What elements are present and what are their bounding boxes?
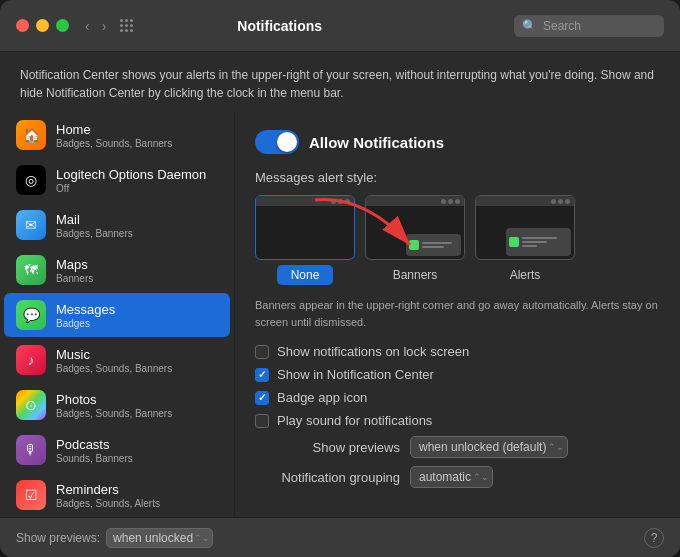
alerts-preview bbox=[475, 195, 575, 260]
setting-select-0[interactable]: alwayswhen unlocked (default)never bbox=[410, 436, 568, 458]
sidebar-item-sub: Badges, Sounds, Banners bbox=[56, 138, 172, 149]
checkbox-badge_icon[interactable] bbox=[255, 391, 269, 405]
checkbox-play_sound[interactable] bbox=[255, 414, 269, 428]
sidebar-item-sub: Badges, Banners bbox=[56, 228, 133, 239]
sidebar-item-maps[interactable]: 🗺 Maps Banners bbox=[4, 248, 230, 292]
messages-icon: 💬 bbox=[16, 300, 46, 330]
none-button[interactable]: None bbox=[277, 265, 334, 285]
sidebar-text: Messages Badges bbox=[56, 302, 115, 329]
setting-select-wrapper-0: alwayswhen unlocked (default)never bbox=[410, 436, 568, 458]
titlebar: ‹ › Notifications 🔍 bbox=[0, 0, 680, 52]
sidebar-item-sub: Badges bbox=[56, 318, 115, 329]
sidebar-item-home[interactable]: 🏠 Home Badges, Sounds, Banners bbox=[4, 113, 230, 157]
checkbox-label-notification_center: Show in Notification Center bbox=[277, 367, 434, 382]
sidebar-item-name: Reminders bbox=[56, 482, 160, 497]
sidebar-item-name: Messages bbox=[56, 302, 115, 317]
preview-dot bbox=[345, 199, 350, 204]
sidebar-item-name: Photos bbox=[56, 392, 172, 407]
sidebar-item-sub: Banners bbox=[56, 273, 93, 284]
sidebar-item-music[interactable]: ♪ Music Badges, Sounds, Banners bbox=[4, 338, 230, 382]
content: 🏠 Home Badges, Sounds, Banners ◎ Logitec… bbox=[0, 112, 680, 517]
setting-select-1[interactable]: automaticby appoff bbox=[410, 466, 493, 488]
help-button[interactable]: ? bbox=[644, 528, 664, 548]
preview-dot bbox=[455, 199, 460, 204]
sidebar-text: Home Badges, Sounds, Banners bbox=[56, 122, 172, 149]
style-option-alerts[interactable]: Alerts bbox=[475, 195, 575, 285]
none-preview bbox=[255, 195, 355, 260]
description-bar: Notification Center shows your alerts in… bbox=[0, 52, 680, 112]
alerts-button[interactable]: Alerts bbox=[496, 265, 555, 285]
setting-row-0: Show previews alwayswhen unlocked (defau… bbox=[255, 436, 660, 458]
preview-dot bbox=[331, 199, 336, 204]
sidebar-text: Podcasts Sounds, Banners bbox=[56, 437, 133, 464]
sidebar-text: Maps Banners bbox=[56, 257, 93, 284]
main-panel: Allow Notifications Messages alert style… bbox=[235, 112, 680, 517]
maps-icon: 🗺 bbox=[16, 255, 46, 285]
sidebar-text: Logitech Options Daemon Off bbox=[56, 167, 206, 194]
sidebar-item-photos[interactable]: ⊙ Photos Badges, Sounds, Banners bbox=[4, 383, 230, 427]
preview-bar bbox=[366, 196, 464, 206]
sidebar-item-messages[interactable]: 💬 Messages Badges bbox=[4, 293, 230, 337]
preview-content bbox=[476, 206, 574, 259]
music-icon: ♪ bbox=[16, 345, 46, 375]
sidebar-item-sub: Badges, Sounds, Banners bbox=[56, 363, 172, 374]
checkboxes-section: Show notifications on lock screen Show i… bbox=[255, 344, 660, 428]
preview-dot bbox=[441, 199, 446, 204]
style-options-wrapper: None Banners bbox=[255, 195, 660, 285]
toggle-thumb bbox=[277, 132, 297, 152]
alert-style-label: Messages alert style: bbox=[255, 170, 660, 185]
close-button[interactable] bbox=[16, 19, 29, 32]
setting-select-wrapper-1: automaticby appoff bbox=[410, 466, 493, 488]
allow-notifications-label: Allow Notifications bbox=[309, 134, 444, 151]
sidebar: 🏠 Home Badges, Sounds, Banners ◎ Logitec… bbox=[0, 112, 235, 517]
sidebar-item-sub: Off bbox=[56, 183, 206, 194]
mail-icon: ✉ bbox=[16, 210, 46, 240]
sidebar-item-name: Music bbox=[56, 347, 172, 362]
checkbox-lock_screen[interactable] bbox=[255, 345, 269, 359]
photos-icon: ⊙ bbox=[16, 390, 46, 420]
sidebar-item-logitech[interactable]: ◎ Logitech Options Daemon Off bbox=[4, 158, 230, 202]
preview-dot bbox=[558, 199, 563, 204]
preview-dot bbox=[551, 199, 556, 204]
banner-description: Banners appear in the upper-right corner… bbox=[255, 297, 660, 330]
search-input[interactable] bbox=[543, 19, 656, 33]
podcasts-icon: 🎙 bbox=[16, 435, 46, 465]
sidebar-item-sub: Badges, Sounds, Alerts bbox=[56, 498, 160, 509]
logitech-icon: ◎ bbox=[16, 165, 46, 195]
checkbox-row-lock_screen[interactable]: Show notifications on lock screen bbox=[255, 344, 660, 359]
bottom-select-wrapper: alwayswhen unlockednever bbox=[106, 528, 213, 548]
checkbox-row-notification_center[interactable]: Show in Notification Center bbox=[255, 367, 660, 382]
checkbox-label-badge_icon: Badge app icon bbox=[277, 390, 367, 405]
home-icon: 🏠 bbox=[16, 120, 46, 150]
checkbox-row-play_sound[interactable]: Play sound for notifications bbox=[255, 413, 660, 428]
reminders-icon: ☑ bbox=[16, 480, 46, 510]
checkbox-notification_center[interactable] bbox=[255, 368, 269, 382]
sidebar-item-reminders[interactable]: ☑ Reminders Badges, Sounds, Alerts bbox=[4, 473, 230, 517]
preview-dot bbox=[338, 199, 343, 204]
bottom-previews-label: Show previews: bbox=[16, 531, 100, 545]
sidebar-item-podcasts[interactable]: 🎙 Podcasts Sounds, Banners bbox=[4, 428, 230, 472]
banners-button[interactable]: Banners bbox=[379, 265, 452, 285]
checkbox-label-play_sound: Play sound for notifications bbox=[277, 413, 432, 428]
style-options: None Banners bbox=[255, 195, 660, 285]
sidebar-item-name: Podcasts bbox=[56, 437, 133, 452]
preview-content bbox=[366, 206, 464, 259]
checkbox-label-lock_screen: Show notifications on lock screen bbox=[277, 344, 469, 359]
sidebar-item-name: Mail bbox=[56, 212, 133, 227]
sidebar-text: Reminders Badges, Sounds, Alerts bbox=[56, 482, 160, 509]
bottom-previews-select[interactable]: alwayswhen unlockednever bbox=[106, 528, 213, 548]
window-title: Notifications bbox=[45, 18, 514, 34]
preview-bar bbox=[256, 196, 354, 206]
allow-notifications-toggle[interactable] bbox=[255, 130, 299, 154]
allow-notifications-row: Allow Notifications bbox=[255, 130, 660, 154]
style-option-banners[interactable]: Banners bbox=[365, 195, 465, 285]
sidebar-item-mail[interactable]: ✉ Mail Badges, Banners bbox=[4, 203, 230, 247]
sidebar-text: Photos Badges, Sounds, Banners bbox=[56, 392, 172, 419]
preview-bar bbox=[476, 196, 574, 206]
setting-label-1: Notification grouping bbox=[255, 470, 400, 485]
description-text: Notification Center shows your alerts in… bbox=[20, 68, 654, 100]
checkbox-row-badge_icon[interactable]: Badge app icon bbox=[255, 390, 660, 405]
style-option-none[interactable]: None bbox=[255, 195, 355, 285]
banners-preview bbox=[365, 195, 465, 260]
search-box[interactable]: 🔍 bbox=[514, 15, 664, 37]
